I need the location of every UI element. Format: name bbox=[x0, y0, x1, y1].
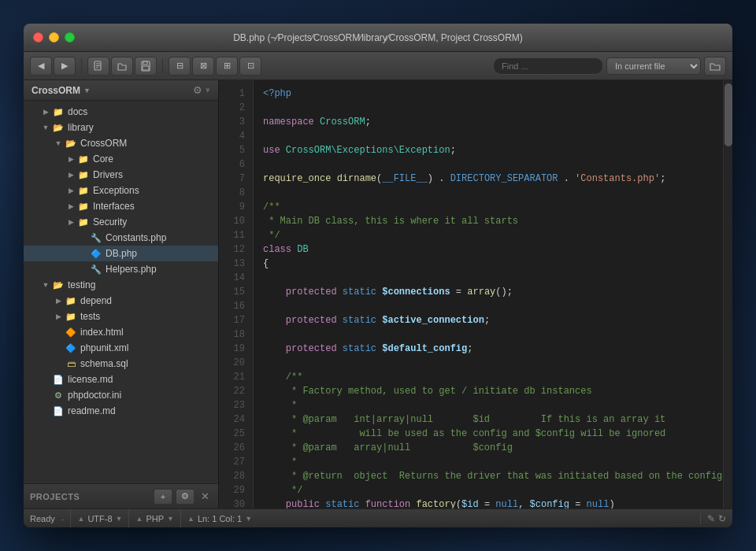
close-button[interactable] bbox=[33, 32, 43, 43]
tree-item-phpdoctor[interactable]: ▶ ⚙ phpdoctor.ini bbox=[24, 387, 218, 403]
nav-buttons: ◀ ▶ bbox=[30, 57, 76, 76]
tree-item-phpunit[interactable]: ▶ 🔷 phpunit.xml bbox=[24, 340, 218, 356]
folder-icon-docs: 📁 bbox=[52, 105, 65, 118]
file-icon-helpers: 🔧 bbox=[90, 263, 102, 276]
editor-area: 12345 678910 1112131415 1617181920 21222… bbox=[219, 80, 732, 508]
tree-item-interfaces[interactable]: ▶ 📁 Interfaces bbox=[24, 198, 218, 214]
tree-item-docs[interactable]: ▶ 📁 docs bbox=[24, 104, 218, 120]
projects-label: PROJECTS bbox=[30, 492, 150, 501]
folder-icon-exceptions: 📁 bbox=[77, 184, 90, 197]
tree-label-library: library bbox=[68, 122, 94, 133]
folder-icon-core: 📁 bbox=[77, 153, 90, 165]
file-icon-phpunit: 🔷 bbox=[65, 342, 77, 354]
tree-label-db: DB.php bbox=[106, 248, 137, 259]
tree-arrow-testing: ▼ bbox=[39, 277, 52, 293]
tree-item-helpers[interactable]: ▶ 🔧 Helpers.php bbox=[24, 261, 218, 277]
tree-label-schema: schema.sql bbox=[80, 358, 128, 369]
tree-item-readme[interactable]: ▶ 📄 readme.md bbox=[24, 403, 218, 419]
folder-icon-library: 📂 bbox=[52, 121, 65, 134]
layout-buttons: ⊟ ⊠ ⊞ ⊡ bbox=[169, 57, 261, 76]
status-language[interactable]: ▲ PHP ▼ bbox=[128, 509, 180, 527]
layout-btn-1[interactable]: ⊟ bbox=[169, 57, 191, 76]
tree-arrow-security: ▶ bbox=[65, 214, 77, 230]
file-tree: ▶ 📁 docs ▼ 📂 library ▼ 📂 CrossORM bbox=[24, 101, 218, 483]
status-dash: - bbox=[61, 514, 71, 523]
folder-icon-depend: 📁 bbox=[65, 294, 77, 307]
status-encoding[interactable]: ▲ UTF-8 ▼ bbox=[70, 509, 128, 527]
save-file-button[interactable] bbox=[135, 57, 157, 76]
tree-arrow-tests: ▶ bbox=[52, 309, 65, 324]
folder-icon-tests: 📁 bbox=[65, 310, 77, 323]
minimize-button[interactable] bbox=[49, 32, 59, 43]
tree-item-schema[interactable]: ▶ 🗃 schema.sql bbox=[24, 356, 218, 372]
sidebar-gear-sep: ▾ bbox=[206, 85, 210, 95]
tree-item-library[interactable]: ▼ 📂 library bbox=[24, 120, 218, 135]
folder-icon-interfaces: 📁 bbox=[77, 200, 90, 213]
file-icon-index-html: 🔶 bbox=[65, 326, 77, 338]
tree-item-depend[interactable]: ▶ 📁 depend bbox=[24, 293, 218, 309]
tree-arrow-docs: ▶ bbox=[39, 104, 52, 120]
file-icon-db: 🔷 bbox=[90, 247, 102, 260]
tree-arrow-exceptions: ▶ bbox=[65, 183, 77, 198]
layout-btn-2[interactable]: ⊠ bbox=[192, 57, 214, 76]
tree-item-index-html[interactable]: ▶ 🔶 index.html bbox=[24, 324, 218, 340]
search-scope-select[interactable]: In current file bbox=[606, 57, 701, 75]
code-editor[interactable]: <?php namespace CrossORM; use CrossORM\E… bbox=[254, 80, 723, 508]
tree-item-exceptions[interactable]: ▶ 📁 Exceptions bbox=[24, 183, 218, 198]
status-right: ✎ ↻ bbox=[700, 509, 726, 527]
file-icon-readme: 📄 bbox=[52, 405, 65, 417]
tree-label-helpers: Helpers.php bbox=[106, 264, 157, 275]
search-input[interactable] bbox=[493, 57, 603, 75]
back-button[interactable]: ◀ bbox=[30, 57, 52, 76]
status-edit-icon[interactable]: ✎ bbox=[707, 513, 715, 524]
tree-label-crossorm: CrossORM bbox=[80, 138, 127, 149]
status-refresh-icon[interactable]: ↻ bbox=[718, 513, 726, 524]
status-encoding-arrow-down: ▼ bbox=[116, 515, 123, 523]
main-content: CrossORM ▼ ⚙ ▾ ▶ 📁 docs ▼ 📂 library bbox=[24, 80, 732, 508]
layout-btn-3[interactable]: ⊞ bbox=[216, 57, 238, 76]
tree-item-db[interactable]: ▶ 🔷 DB.php bbox=[24, 246, 218, 261]
sidebar-gear-icon[interactable]: ⚙ bbox=[193, 84, 202, 96]
project-settings-button[interactable]: ⚙ bbox=[176, 489, 195, 505]
tree-item-security[interactable]: ▶ 📁 Security bbox=[24, 214, 218, 230]
browse-button[interactable] bbox=[704, 57, 726, 76]
status-ready: Ready bbox=[30, 514, 61, 523]
close-sidebar-button[interactable]: ✕ bbox=[198, 490, 212, 504]
project-dropdown-arrow[interactable]: ▼ bbox=[83, 87, 91, 94]
tree-label-depend: depend bbox=[80, 295, 112, 306]
folder-icon-drivers: 📁 bbox=[77, 168, 90, 181]
tree-item-drivers[interactable]: ▶ 📁 Drivers bbox=[24, 167, 218, 183]
status-pos-arrow-down: ▼ bbox=[245, 515, 252, 523]
tree-item-crossorm[interactable]: ▼ 📂 CrossORM bbox=[24, 135, 218, 151]
add-project-button[interactable]: + bbox=[154, 489, 172, 505]
file-icon-license: 📄 bbox=[52, 373, 65, 386]
titlebar: DB.php (~∕Projects∕CrossORM∕library∕Cros… bbox=[24, 24, 732, 52]
tree-arrow-core: ▶ bbox=[65, 151, 77, 167]
tree-item-testing[interactable]: ▼ 📂 testing bbox=[24, 277, 218, 293]
tree-item-tests[interactable]: ▶ 📁 tests bbox=[24, 309, 218, 324]
status-language-label: PHP bbox=[146, 514, 164, 523]
folder-icon-security: 📁 bbox=[77, 216, 90, 228]
toolbar-separator-2 bbox=[162, 58, 163, 74]
status-position: ▲ Ln: 1 Col: 1 ▼ bbox=[180, 509, 258, 527]
line-numbers: 12345 678910 1112131415 1617181920 21222… bbox=[219, 80, 254, 508]
tree-item-license[interactable]: ▶ 📄 license.md bbox=[24, 372, 218, 387]
tree-item-core[interactable]: ▶ 📁 Core bbox=[24, 151, 218, 167]
open-file-button[interactable] bbox=[111, 57, 133, 76]
file-icon-phpdoctor: ⚙ bbox=[52, 389, 65, 401]
new-file-button[interactable] bbox=[87, 57, 109, 76]
file-icon-constants: 🔧 bbox=[90, 231, 102, 244]
editor-scrollbar[interactable] bbox=[723, 80, 732, 508]
tree-label-core: Core bbox=[93, 153, 113, 165]
layout-btn-4[interactable]: ⊡ bbox=[239, 57, 261, 76]
tree-item-constants[interactable]: ▶ 🔧 Constants.php bbox=[24, 230, 218, 246]
search-area: In current file bbox=[493, 57, 726, 76]
sidebar-bottom: PROJECTS + ⚙ ✕ bbox=[24, 483, 218, 508]
maximize-button[interactable] bbox=[65, 32, 75, 43]
folder-icon-crossorm: 📂 bbox=[65, 137, 77, 150]
tree-label-exceptions: Exceptions bbox=[93, 185, 139, 196]
window-title: DB.php (~∕Projects∕CrossORM∕library∕Cros… bbox=[233, 32, 523, 43]
main-window: DB.php (~∕Projects∕CrossORM∕library∕Cros… bbox=[24, 24, 732, 527]
forward-button[interactable]: ▶ bbox=[54, 57, 76, 76]
tree-arrow-interfaces: ▶ bbox=[65, 198, 77, 214]
